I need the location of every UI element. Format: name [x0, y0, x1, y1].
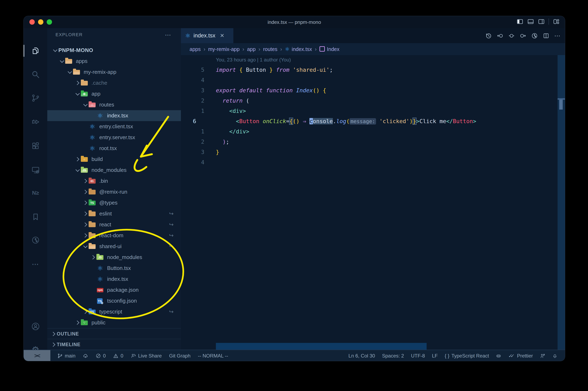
status-git-graph[interactable]: Git Graph — [169, 353, 191, 359]
tree-item--remix-run[interactable]: @remix-run — [47, 187, 181, 197]
tree-item-button-tsx[interactable]: ⚛Button.tsx — [47, 263, 181, 274]
gitlens-graph-icon[interactable] — [531, 32, 538, 39]
explorer-more-button[interactable]: ⋯ — [165, 31, 171, 38]
toggle-primary-sidebar-icon[interactable] — [516, 18, 523, 25]
file-tree: PNPM-MONOappsmy-remix-app.cache⚙app∴rout… — [47, 45, 181, 328]
status-branch-main[interactable]: main — [57, 353, 76, 359]
status-encoding[interactable]: UTF-8 — [411, 353, 425, 359]
activity-bar: N≥⋯⚙1 — [24, 28, 47, 350]
gitlens-icon[interactable] — [24, 232, 47, 248]
previous-change-icon[interactable] — [497, 32, 503, 39]
outline-section[interactable]: OUTLINE — [47, 328, 181, 339]
remote-explorer-icon[interactable] — [24, 162, 47, 178]
tree-item-node-modules[interactable]: JSnode_modules — [47, 252, 181, 263]
tree-item-typescript[interactable]: TStypescript↪ — [47, 306, 181, 317]
tree-item-my-remix-app[interactable]: my-remix-app — [47, 67, 181, 78]
tree-item-routes[interactable]: ∴routes — [47, 99, 181, 110]
tree-item-apps[interactable]: apps — [47, 56, 181, 67]
account-icon[interactable] — [24, 319, 47, 334]
toggle-secondary-sidebar-icon[interactable] — [538, 18, 545, 25]
chevron-right-icon — [83, 211, 87, 216]
more-actions-icon[interactable]: ⋯ — [554, 32, 561, 39]
tree-item-react[interactable]: react↪ — [47, 219, 181, 230]
next-change-icon[interactable] — [520, 32, 526, 39]
react-file-icon: ⚛ — [97, 113, 104, 119]
timeline-section[interactable]: TIMELINE — [47, 339, 181, 350]
folder-icon — [73, 69, 80, 75]
tree-item-app[interactable]: ⚙app — [47, 88, 181, 99]
status-warning-count[interactable]: 0 — [113, 353, 123, 359]
code-editor[interactable]: You, 23 hours ago | 1 author (You)5impor… — [181, 55, 565, 350]
status-cursor-position[interactable]: Ln 6, Col 30 — [348, 353, 375, 359]
search-icon[interactable] — [24, 67, 47, 82]
tree-item-label: @remix-run — [99, 189, 127, 195]
status-publish-changes[interactable] — [83, 353, 88, 359]
scroll-thumb[interactable] — [559, 100, 563, 109]
status-indentation[interactable]: Spaces: 2 — [382, 353, 404, 359]
current-change-icon[interactable] — [508, 32, 515, 39]
customize-layout-icon[interactable] — [553, 18, 560, 25]
folder-icon — [81, 80, 88, 86]
horizontal-scrollbar[interactable] — [216, 343, 427, 350]
run-debug-icon[interactable] — [24, 114, 47, 129]
nx-console-icon[interactable]: N≥ — [24, 185, 47, 200]
react-file-icon: ⚛ — [89, 146, 96, 151]
breadcrumb-index-tsx[interactable]: ⚛index.tsx — [285, 46, 312, 52]
breadcrumb-index[interactable]: Index — [319, 46, 339, 52]
react-file-icon: ⚛ — [185, 32, 191, 39]
tab-label: index.tsx — [194, 32, 215, 39]
more-views-icon[interactable]: ⋯ — [24, 257, 47, 272]
braces-icon: { } — [445, 353, 449, 359]
status-vim-mode[interactable]: -- NORMAL -- — [198, 353, 228, 359]
breadcrumb-routes[interactable]: routes — [263, 46, 277, 52]
tree-item-pnpm-mono[interactable]: PNPM-MONO — [47, 45, 181, 56]
tree-item-index-tsx[interactable]: ⚛index.tsx — [47, 110, 181, 121]
status-prettier[interactable]: ✓✓Prettier — [508, 353, 533, 359]
remote-indicator[interactable]: >< — [24, 350, 50, 361]
tree-item-index-tsx[interactable]: ⚛index.tsx — [47, 274, 181, 285]
vscode-window: index.tsx — pnpm-mono N≥⋯⚙1 EXPLORER ⋯ P… — [24, 16, 565, 361]
breadcrumb-apps[interactable]: apps — [190, 46, 201, 52]
chevron-down-icon — [83, 102, 88, 106]
status-copilot[interactable] — [496, 353, 501, 359]
bookmarks-icon[interactable] — [24, 209, 47, 224]
vim-block-cursor: c — [309, 118, 313, 124]
breadcrumb-app[interactable]: app — [247, 46, 256, 52]
vertical-scrollbar[interactable] — [558, 55, 565, 350]
folder-icon: TS — [89, 309, 96, 315]
status-language-mode[interactable]: { }TypeScript React — [445, 353, 489, 359]
local-history-icon[interactable] — [485, 32, 492, 39]
tree-item--cache[interactable]: .cache — [47, 78, 181, 88]
tree-item-shared-ui[interactable]: shared-ui↪ — [47, 241, 181, 252]
toggle-panel-icon[interactable] — [527, 18, 534, 25]
folder-icon — [65, 58, 73, 64]
tree-item-root-tsx[interactable]: ⚛root.tsx — [47, 143, 181, 154]
extensions-icon[interactable] — [24, 138, 47, 154]
tree-item-entry-server-tsx[interactable]: ⚛entry.server.tsx — [47, 132, 181, 143]
close-tab-icon[interactable]: ✕ — [220, 32, 224, 39]
folder-icon — [89, 189, 96, 195]
tab-index-tsx[interactable]: ⚛ index.tsx ✕ — [181, 28, 233, 43]
tree-item-react-dom[interactable]: react-dom↪ — [47, 230, 181, 241]
status-feedback[interactable] — [540, 353, 545, 359]
tree-item--bin[interactable]: 01.bin — [47, 176, 181, 187]
tree-item-package-json[interactable]: npmpackage.json — [47, 285, 181, 295]
source-control-icon[interactable] — [24, 91, 47, 106]
status-eol[interactable]: LF — [432, 353, 438, 359]
status-error-count[interactable]: 0 — [96, 353, 106, 359]
chevron-down-icon — [68, 70, 72, 74]
tree-item--types[interactable]: TS@types — [47, 197, 181, 208]
status-notifications[interactable] — [552, 353, 558, 359]
tree-item-tsconfig-json[interactable]: TS⚙tsconfig.json — [47, 295, 181, 306]
tree-item-eslint[interactable]: eslint↪ — [47, 208, 181, 219]
breadcrumb-my-remix-app[interactable]: my-remix-app — [208, 46, 240, 52]
tree-item-public[interactable]: ∵public — [47, 317, 181, 328]
explorer-icon[interactable] — [24, 43, 47, 58]
tree-item-node-modules[interactable]: JSnode_modules — [47, 165, 181, 176]
tree-item-entry-client-tsx[interactable]: ⚛entry.client.tsx — [47, 121, 181, 132]
status-live-share[interactable]: Live Share — [131, 353, 162, 359]
split-editor-icon[interactable] — [543, 32, 549, 39]
tree-item-build[interactable]: ○build — [47, 154, 181, 165]
tree-item-label: shared-ui — [99, 243, 121, 250]
chevron-right-icon — [75, 320, 79, 325]
